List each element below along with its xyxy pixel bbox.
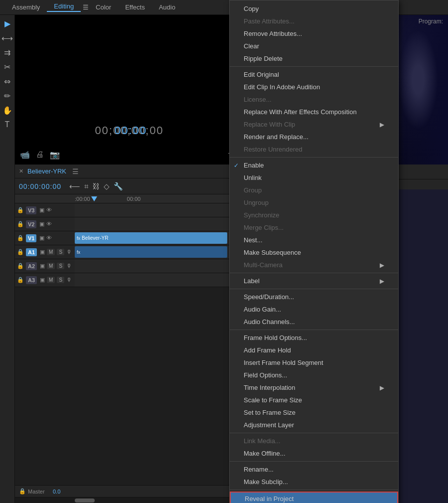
mark-in-icon[interactable]: 📹	[20, 150, 30, 160]
track-eye-icon[interactable]: 👁	[46, 207, 52, 213]
nav-audio[interactable]: Audio	[152, 3, 182, 11]
menu-item[interactable]: Replace With After Effects Composition	[230, 106, 398, 118]
track-select-forward-icon[interactable]: ⟵	[69, 182, 80, 191]
nav-assembly[interactable]: Assembly	[5, 3, 47, 11]
mute-button[interactable]: M	[47, 263, 55, 269]
timeline-section: ✕ Believer-YRK ☰ 00:00:00:00 ⟵ ⌗ ⛓ ◇ 🔧 :…	[15, 165, 244, 503]
v2-label: V2	[26, 220, 36, 228]
menu-item[interactable]: Clear	[230, 40, 398, 52]
menu-item[interactable]: Make Subclip...	[230, 476, 398, 488]
solo-button[interactable]: S	[57, 277, 64, 283]
text-icon[interactable]: T	[5, 120, 10, 129]
mute-button[interactable]: M	[47, 277, 55, 283]
linked-selection-icon[interactable]: ⛓	[92, 182, 100, 191]
menu-item-label: Copy	[244, 5, 259, 12]
hamburger-icon[interactable]: ☰	[83, 3, 89, 11]
menu-item[interactable]: Insert Frame Hold Segment	[230, 356, 398, 369]
hand-icon[interactable]: ✋	[2, 106, 12, 115]
menu-item[interactable]: Unlink	[230, 171, 398, 184]
mic-icon[interactable]: 🎙	[66, 249, 72, 255]
v3-track-content	[75, 203, 244, 217]
menu-item[interactable]: Speed/Duration...	[230, 291, 398, 303]
add-marker-icon[interactable]: ◇	[104, 182, 110, 191]
menu-item[interactable]: Audio Gain...	[230, 303, 398, 316]
v1-clip[interactable]: fx Believer-YR	[75, 232, 227, 244]
a1-clip[interactable]: fx	[75, 246, 227, 258]
solo-button[interactable]: S	[57, 249, 64, 255]
menu-item-label: Merge Clips...	[244, 224, 284, 231]
track-lock-icon[interactable]: 🔒	[17, 263, 24, 269]
menu-item[interactable]: Make Subsequence	[230, 246, 398, 259]
track-lock-icon[interactable]: 🔒	[17, 235, 24, 241]
menu-item: Ungroup	[230, 196, 398, 209]
menu-item-label: Frame Hold Options...	[244, 334, 307, 341]
menu-item[interactable]: Reveal in Project	[230, 492, 398, 503]
menu-item[interactable]: Rename...	[230, 463, 398, 476]
track-eye-icon[interactable]: 👁	[46, 221, 52, 227]
menu-item[interactable]: Nest...	[230, 234, 398, 246]
snap-icon[interactable]: ⌗	[84, 182, 88, 191]
menu-item-label: Make Subclip...	[244, 478, 288, 486]
track-select-icon[interactable]: ⇉	[4, 48, 10, 57]
selection-tool-icon[interactable]: ▶	[4, 19, 10, 28]
razor-icon[interactable]: ✂	[4, 62, 10, 72]
menu-item[interactable]: Enable	[230, 159, 398, 171]
menu-item[interactable]: Copy	[230, 2, 398, 15]
menu-item[interactable]: Edit Clip In Adobe Audition	[230, 81, 398, 93]
mute-button[interactable]: M	[47, 249, 55, 255]
menu-item[interactable]: Remove Attributes...	[230, 27, 398, 40]
mic-icon[interactable]: 🎙	[66, 277, 72, 283]
pen-icon[interactable]: ✏	[4, 91, 10, 101]
wrench-icon[interactable]: 🔧	[114, 182, 123, 191]
a1-label: A1	[26, 248, 37, 256]
track-lock-icon[interactable]: 🔒	[17, 277, 24, 283]
menu-item[interactable]: Audio Channels...	[230, 316, 398, 328]
menu-item[interactable]: Scale to Frame Size	[230, 394, 398, 406]
slip-icon[interactable]: ⇔	[4, 77, 10, 86]
track-eye-icon[interactable]: 👁	[46, 235, 52, 241]
track-lock-icon[interactable]: 🔒	[17, 221, 24, 227]
menu-item[interactable]: Time Interpolation▶	[230, 381, 398, 394]
nav-color[interactable]: Color	[89, 3, 118, 11]
menu-item[interactable]: Make Offline...	[230, 447, 398, 460]
solo-button[interactable]: S	[57, 263, 64, 269]
ripple-edit-icon[interactable]: ⟷	[1, 33, 13, 43]
nav-editing[interactable]: Editing	[47, 2, 81, 12]
v2-track-content	[75, 217, 244, 231]
camera-icon[interactable]: 📷	[50, 150, 60, 160]
menu-item[interactable]: Add Frame Hold	[230, 344, 398, 356]
menu-item[interactable]: Set to Frame Size	[230, 406, 398, 419]
v1-track-content: fx Believer-YR	[75, 231, 244, 245]
track-lock-icon[interactable]: 🔒	[17, 249, 24, 255]
menu-item[interactable]: Field Options...	[230, 369, 398, 381]
menu-item[interactable]: Render and Replace...	[230, 131, 398, 143]
scroll-thumb[interactable]	[75, 499, 95, 503]
menu-item[interactable]: Edit Original	[230, 68, 398, 81]
menu-item-label: Synchronize	[244, 211, 280, 219]
timeline-scrollbar[interactable]	[15, 497, 244, 503]
track-toggle-icon[interactable]: ▣	[40, 263, 45, 269]
timeline-ruler: :00:00 00:00	[15, 194, 244, 203]
menu-item: Multi-Camera▶	[230, 259, 398, 271]
track-toggle-icon[interactable]: ▣	[39, 221, 44, 227]
menu-item-label: Clear	[244, 42, 259, 50]
menu-item: Link Media...	[230, 435, 398, 447]
menu-item[interactable]: Label▶	[230, 275, 398, 287]
menu-item-label: Audio Channels...	[244, 318, 295, 326]
menu-item-label: Link Media...	[244, 437, 281, 445]
a3-track-content	[75, 273, 244, 287]
track-toggle-icon[interactable]: ▣	[39, 235, 44, 241]
track-icons: ▣ 👁	[39, 221, 52, 227]
menu-item[interactable]: Adjustment Layer	[230, 419, 398, 431]
mark-out-icon[interactable]: 🖨	[36, 150, 44, 160]
track-lock-icon[interactable]: 🔒	[17, 207, 24, 213]
nav-effects[interactable]: Effects	[118, 3, 152, 11]
menu-item[interactable]: Ripple Delete	[230, 52, 398, 65]
track-toggle-icon[interactable]: ▣	[40, 249, 45, 255]
sequence-menu-icon[interactable]: ☰	[72, 168, 79, 175]
menu-item[interactable]: Frame Hold Options...	[230, 332, 398, 344]
mic-icon[interactable]: 🎙	[66, 263, 72, 269]
close-sequence-button[interactable]: ✕	[19, 168, 23, 174]
track-toggle-icon[interactable]: ▣	[40, 277, 45, 283]
track-toggle-icon[interactable]: ▣	[39, 207, 44, 213]
